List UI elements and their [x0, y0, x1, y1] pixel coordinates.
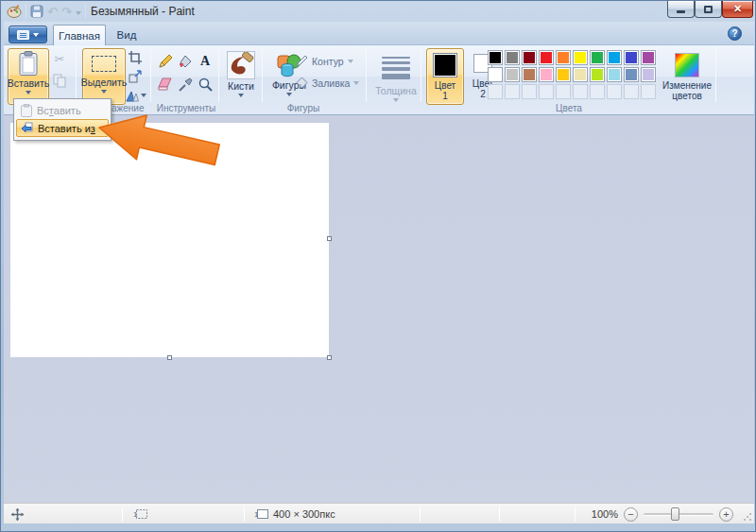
color1-swatch: [433, 53, 457, 77]
window-title: Безымянный - Paint: [91, 5, 195, 18]
palette-empty-slot[interactable]: [488, 84, 503, 99]
palette-empty-slot[interactable]: [590, 84, 605, 99]
palette-swatch[interactable]: [573, 67, 588, 82]
outline-label: Контур: [312, 56, 344, 67]
palette-swatch[interactable]: [641, 50, 656, 65]
copy-icon[interactable]: [52, 73, 67, 88]
palette-swatch[interactable]: [522, 50, 537, 65]
group-separator: [218, 49, 219, 102]
size-button-label: Толщина: [375, 85, 416, 96]
edit-colors-label-line1: Изменение: [662, 80, 712, 91]
maximize-button[interactable]: [695, 1, 722, 18]
maximize-icon: [704, 6, 713, 13]
palette-swatch[interactable]: [607, 50, 622, 65]
select-button[interactable]: Выделить: [82, 48, 126, 105]
rotate-icon[interactable]: [126, 88, 146, 103]
outline-icon: [296, 55, 308, 67]
palette-swatch[interactable]: [641, 67, 656, 82]
shapes-dropdown-icon: [286, 93, 292, 96]
resize-grip[interactable]: [743, 512, 752, 522]
palette-swatch[interactable]: [556, 50, 571, 65]
fill-tool-icon[interactable]: [177, 53, 194, 70]
paste-from-icon: [21, 122, 33, 134]
palette-swatch[interactable]: [539, 50, 554, 65]
canvas-resize-handle-bottom[interactable]: [167, 355, 172, 360]
canvas-resize-handle-corner[interactable]: [327, 355, 332, 360]
edit-colors-button[interactable]: Изменение цветов: [661, 48, 713, 105]
tab-home-label: Главная: [59, 30, 100, 42]
palette-empty-slot[interactable]: [641, 84, 656, 99]
palette-swatch[interactable]: [539, 67, 554, 82]
group-separator: [76, 49, 77, 102]
close-icon: ✕: [733, 3, 742, 15]
zoom-in[interactable]: +: [719, 504, 733, 524]
palette-empty-slot[interactable]: [522, 84, 537, 99]
work-area: [4, 115, 754, 503]
palette-swatch[interactable]: [607, 67, 622, 82]
size-button[interactable]: Толщина: [371, 48, 421, 105]
palette-empty-slot[interactable]: [624, 84, 639, 99]
brushes-button[interactable]: Кисти: [222, 48, 260, 105]
palette-swatch[interactable]: [624, 50, 639, 65]
palette-swatch[interactable]: [590, 67, 605, 82]
undo-icon[interactable]: ↶: [47, 6, 58, 18]
select-button-label: Выделить: [81, 77, 127, 88]
palette-swatch[interactable]: [488, 50, 503, 65]
redo-icon[interactable]: ↷: [61, 6, 72, 18]
palette-swatch[interactable]: [590, 50, 605, 65]
fill-label: Заливка: [312, 77, 350, 89]
tab-home[interactable]: Главная: [53, 25, 106, 45]
fill-dropdown-icon: [296, 77, 308, 89]
magnifier-tool-icon[interactable]: [197, 76, 214, 93]
palette-swatch[interactable]: [624, 67, 639, 82]
paste-button[interactable]: Вставить: [8, 48, 49, 105]
tab-view[interactable]: Вид: [108, 25, 146, 45]
palette-swatch[interactable]: [505, 50, 520, 65]
paste-button-label: Вставить: [8, 77, 50, 89]
resize-icon[interactable]: [128, 69, 143, 84]
palette-empty-slot[interactable]: [539, 84, 554, 99]
palette-swatch[interactable]: [556, 67, 571, 82]
fill-dropdown[interactable]: Заливка: [296, 77, 359, 89]
qat-dropdown-icon[interactable]: [76, 11, 81, 15]
canvas-resize-handle-right[interactable]: [327, 236, 332, 241]
title-bar: ↶ ↷ Безымянный - Paint ✕: [1, 1, 755, 22]
palette-swatch[interactable]: [522, 67, 537, 82]
color1-button[interactable]: Цвет 1: [426, 48, 464, 105]
minimize-button[interactable]: [667, 1, 695, 18]
status-separator: [575, 506, 576, 522]
cut-icon[interactable]: ✂: [52, 51, 67, 66]
crop-icon[interactable]: [128, 50, 143, 65]
clipboard-icon: [19, 51, 38, 77]
palette-empty-slot[interactable]: [573, 84, 588, 99]
palette-swatch[interactable]: [573, 50, 588, 65]
palette-swatch[interactable]: [505, 67, 520, 82]
color1-label-line1: Цвет: [435, 80, 455, 91]
zoom-slider-thumb[interactable]: [671, 507, 679, 521]
canvas-size-indicator: 1 400 × 300пкс: [254, 504, 335, 524]
palette-empty-slot[interactable]: [505, 84, 520, 99]
tab-view-label: Вид: [117, 29, 137, 41]
help-button[interactable]: ?: [728, 26, 742, 41]
palette-swatch[interactable]: [488, 67, 503, 82]
zoom-level-text: 100%: [592, 508, 618, 520]
color-picker-tool-icon[interactable]: [177, 76, 194, 93]
palette-empty-slot[interactable]: [607, 84, 622, 99]
status-separator: [420, 506, 421, 522]
zoom-out[interactable]: −: [624, 504, 638, 524]
status-separator: [499, 506, 500, 522]
outline-dropdown[interactable]: Контур: [296, 55, 353, 67]
menu-item-paste-from[interactable]: Вставить из: [16, 119, 109, 137]
application-menu-button[interactable]: [9, 26, 47, 43]
paint-app-icon: [7, 4, 22, 19]
paste-menu-icon: [21, 104, 32, 117]
text-tool-icon[interactable]: A: [197, 53, 214, 70]
menu-item-paste: Вставить: [16, 101, 109, 119]
eraser-tool-icon[interactable]: [157, 76, 174, 93]
close-button[interactable]: ✕: [722, 1, 753, 18]
drawing-canvas[interactable]: [10, 123, 329, 357]
save-icon[interactable]: [30, 5, 43, 18]
palette-empty-slot[interactable]: [556, 84, 571, 99]
canvas-size-icon: 1: [254, 508, 268, 520]
pencil-tool-icon[interactable]: [157, 53, 174, 70]
